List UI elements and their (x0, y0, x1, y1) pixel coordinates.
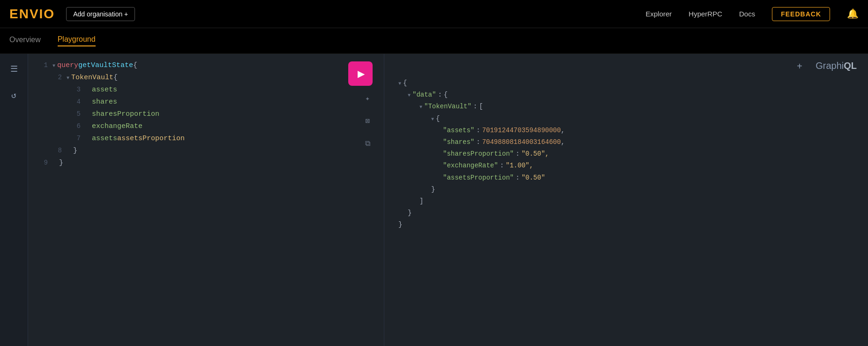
header: ENVIO Add organisation + Explorer HyperR… (0, 0, 868, 28)
tab-playground[interactable]: Playground (58, 35, 96, 46)
editor-line-1: 1 ▼ query getVaultState { (28, 60, 384, 72)
history-icon[interactable]: ↺ (7, 88, 22, 103)
clear-icon[interactable]: ⊠ (360, 114, 374, 128)
result-line-assetsproportion: "assetsProportion" : "0.50" (394, 172, 859, 184)
editor-line-6: 6 exchangeRate (28, 120, 384, 133)
nav-explorer[interactable]: Explorer (645, 10, 672, 18)
editor-line-4: 4 shares (28, 96, 384, 108)
result-content: ▼ { ▼ "data" : { ▼ "TokenVault" : [ ▼ { (384, 54, 868, 238)
result-line-array-close: ] (394, 196, 859, 207)
result-pane: + GraphiQL ▼ { ▼ "data" : { ▼ "TokenVaul… (384, 54, 868, 346)
feedback-button[interactable]: FEEDBACK (772, 7, 830, 21)
logo: ENVIO (9, 7, 55, 22)
docs-icon[interactable]: ☰ (7, 61, 22, 76)
sub-nav: Overview Playground (0, 28, 868, 54)
editor-content[interactable]: 1 ▼ query getVaultState { 2 ▼ TokenVault… (28, 54, 384, 175)
tab-overview[interactable]: Overview (9, 36, 41, 46)
workspace: ☰ ↺ 1 ▼ query getVaultState { 2 ▼ TokenV… (0, 54, 868, 346)
result-line-item-close: } (394, 184, 859, 196)
header-nav: Explorer HyperRPC Docs FEEDBACK 🔔 (645, 7, 859, 21)
result-line-shares: "shares" : 70498808184003164600, (394, 136, 859, 148)
editor-line-2: 2 ▼ TokenVault { (28, 72, 384, 84)
add-tab-button[interactable]: + (797, 61, 802, 72)
nav-hyperrpc[interactable]: HyperRPC (688, 10, 722, 18)
collapse-arrow-2[interactable]: ▼ (67, 74, 69, 82)
result-line-sharesproportion: "sharesProportion" : "0.50", (394, 148, 859, 160)
result-line-data-close: } (394, 207, 859, 219)
bell-icon[interactable]: 🔔 (847, 8, 859, 20)
magic-icon[interactable]: ✦ (360, 91, 374, 105)
result-line-root-open: ▼ { (394, 77, 859, 89)
left-sidebar: ☰ ↺ (0, 54, 28, 346)
editor-line-8: 8 } (28, 145, 384, 157)
editor-line-3: 3 assets (28, 84, 384, 96)
editor-line-7: 7 assets assetsProportion (28, 133, 384, 145)
result-line-root-close: } (394, 219, 859, 231)
editor-pane: 1 ▼ query getVaultState { 2 ▼ TokenVault… (28, 54, 384, 346)
collapse-arrow-1[interactable]: ▼ (52, 62, 55, 70)
editor-line-5: 5 sharesProportion (28, 108, 384, 120)
run-button[interactable] (348, 61, 373, 86)
nav-docs[interactable]: Docs (739, 10, 755, 18)
copy-icon[interactable]: ⧉ (360, 136, 374, 150)
result-line-assets: "assets" : 70191244703594890000, (394, 125, 859, 136)
add-org-button[interactable]: Add organisation + (66, 7, 135, 21)
editor-line-9: 9 } (28, 157, 384, 169)
editor-toolbar: ✦ ⊠ ⧉ (360, 91, 374, 150)
result-line-tokenvault: ▼ "TokenVault" : [ (394, 101, 859, 113)
result-line-data: ▼ "data" : { (394, 89, 859, 101)
result-line-exchangerate: "exchangeRate" : "1.00", (394, 160, 859, 172)
result-line-item-open: ▼ { (394, 113, 859, 125)
graphiql-label: GraphiQL (816, 60, 857, 71)
